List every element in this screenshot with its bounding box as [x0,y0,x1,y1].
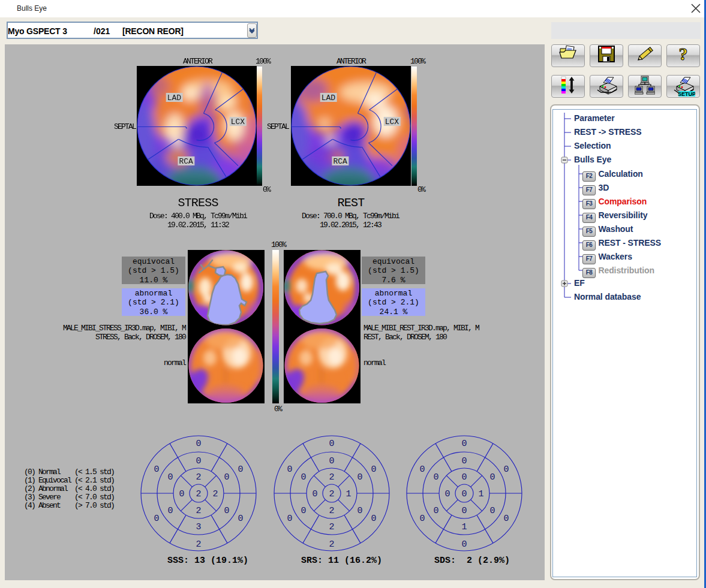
svg-text:RCA: RCA [179,157,193,166]
svg-text:0: 0 [461,489,467,499]
svg-text:2: 2 [329,506,334,516]
svg-text:0: 0 [287,514,292,524]
svg-text:0: 0 [312,489,317,499]
svg-text:1: 1 [461,522,467,532]
svg-text:0: 0 [503,514,509,524]
svg-text:3: 3 [196,522,201,532]
svg-text:0: 0 [489,472,495,483]
svg-text:0: 0 [238,465,243,475]
svg-text:2: 2 [196,506,201,516]
svg-text:0: 0 [461,539,467,550]
svg-text:LCX: LCX [231,117,245,126]
svg-text:0: 0 [371,514,376,524]
svg-text:2: 2 [329,489,334,499]
svg-text:0: 0 [461,506,467,516]
svg-text:0: 0 [433,472,438,483]
svg-text:0: 0 [461,456,467,466]
svg-text:0: 0 [357,472,362,483]
svg-text:0: 0 [357,506,362,516]
svg-text:0: 0 [167,472,173,483]
svg-text:?: ? [679,45,688,63]
svg-text:2: 2 [329,539,334,550]
svg-text:0: 0 [489,506,495,516]
svg-text:0: 0 [433,506,438,516]
svg-text:0: 0 [238,514,243,524]
svg-text:0: 0 [287,465,292,475]
svg-text:1: 1 [346,489,351,499]
svg-text:0: 0 [167,506,173,516]
svg-text:0: 0 [196,439,201,449]
svg-text:0: 0 [154,465,159,475]
svg-text:0: 0 [224,472,229,483]
svg-text:LCX: LCX [385,117,399,126]
svg-text:2: 2 [196,539,201,550]
svg-text:0: 0 [461,472,467,483]
svg-text:1: 1 [478,489,483,499]
svg-text:0: 0 [329,456,334,466]
svg-text:0: 0 [461,439,467,449]
svg-text:LAD: LAD [167,94,182,102]
svg-text:0: 0 [419,465,425,475]
svg-text:2: 2 [329,522,334,532]
svg-text:0: 0 [196,456,201,466]
svg-text:RCA: RCA [333,157,347,166]
svg-text:0: 0 [224,506,229,516]
svg-text:2: 2 [196,472,201,483]
svg-text:2: 2 [329,472,334,483]
svg-text:0: 0 [371,465,376,475]
svg-text:0: 0 [329,439,334,449]
svg-text:0: 0 [154,514,159,524]
svg-text:0: 0 [419,514,425,524]
svg-text:0: 0 [301,472,306,483]
svg-text:0: 0 [301,506,306,516]
svg-text:0: 0 [179,489,184,499]
svg-text:LAD: LAD [322,94,336,102]
svg-text:2: 2 [196,489,201,499]
svg-text:0: 0 [444,489,450,499]
svg-text:2: 2 [212,489,218,499]
svg-text:0: 0 [503,465,509,475]
svg-text:SETUP: SETUP [678,91,695,97]
